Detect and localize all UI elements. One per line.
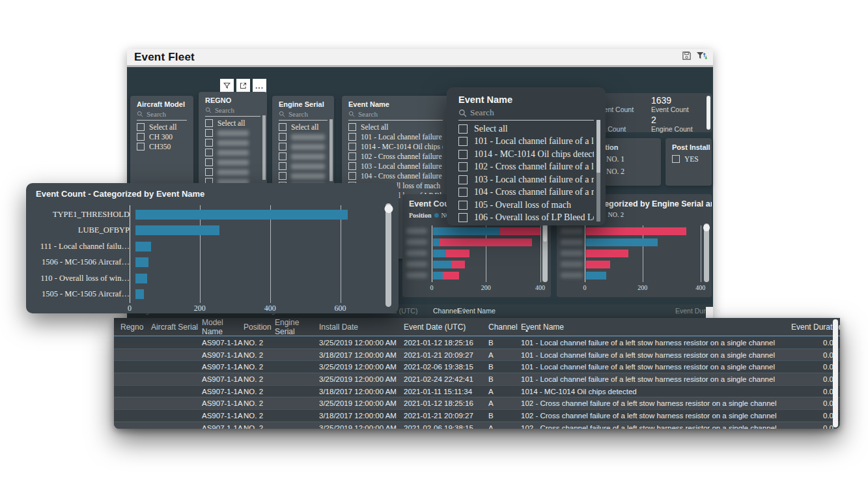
chart-scrollbar[interactable] <box>385 203 391 307</box>
checkbox[interactable] <box>279 123 287 131</box>
bar-segment-no2[interactable] <box>440 238 532 246</box>
table-row[interactable]: AS907-1-1A NO. 2 3/25/2019 12:00:00 AM 2… <box>114 397 840 409</box>
column-header[interactable]: Engine Serial <box>275 318 319 336</box>
slicer-item-redacted[interactable] <box>272 161 334 171</box>
column-header[interactable]: Aircraft Serial <box>151 323 202 332</box>
slicer-item[interactable]: CH350 <box>130 141 193 151</box>
bar[interactable] <box>586 250 628 257</box>
slicer-item[interactable]: 104 - Cross channel failure of a rig… <box>447 186 606 199</box>
bar[interactable] <box>586 227 686 235</box>
save-icon[interactable] <box>682 51 692 63</box>
slicer-item-redacted[interactable] <box>272 132 334 141</box>
slicer-item[interactable]: CH 300 <box>130 132 193 141</box>
chart-scrollbar[interactable] <box>542 223 548 282</box>
search-input[interactable]: Search <box>279 110 328 121</box>
column-header[interactable]: Channel <box>433 307 458 315</box>
table-row[interactable]: AS907-1-1A NO. 2 3/18/2017 12:00:00 AM 2… <box>114 409 840 422</box>
search-input[interactable]: Search <box>205 106 260 117</box>
bar-segment-no1[interactable] <box>433 227 500 235</box>
slicer-item[interactable]: 103 - Local channel failure of a rig… <box>447 173 606 186</box>
slicer-item-redacted[interactable] <box>272 141 334 151</box>
bar[interactable] <box>135 225 219 235</box>
slicer-item[interactable]: 106 - Overall loss of LP Bleed Left <box>447 212 606 225</box>
slicer-item-redacted[interactable] <box>199 128 267 137</box>
checkbox[interactable] <box>458 124 468 134</box>
bar[interactable] <box>135 257 148 267</box>
checkbox[interactable] <box>348 152 356 160</box>
column-header[interactable]: Model Name <box>202 318 244 336</box>
bar[interactable] <box>586 272 606 280</box>
slicer-item[interactable]: 104 - Cross channel failure of a rig… <box>342 171 449 180</box>
checkbox[interactable] <box>672 155 680 163</box>
column-header[interactable]: Event Duration <box>675 307 720 315</box>
checkbox[interactable] <box>458 213 468 222</box>
checkbox[interactable] <box>205 119 213 127</box>
bar[interactable] <box>135 289 144 299</box>
checkbox[interactable] <box>458 201 468 210</box>
slicer-item[interactable]: 101 - Local channel failure of a lef… <box>342 132 449 141</box>
search-input[interactable]: Search <box>458 108 594 121</box>
checkbox[interactable] <box>348 162 356 170</box>
checkbox[interactable] <box>137 123 145 131</box>
checkbox[interactable] <box>279 152 287 160</box>
slicer-item-redacted[interactable] <box>199 137 267 147</box>
checkbox[interactable] <box>279 143 287 151</box>
bar[interactable] <box>135 274 147 283</box>
popup-scrollbar[interactable] <box>596 120 600 222</box>
table-row[interactable]: AS907-1-1A NO. 2 3/25/2019 12:00:00 AM 2… <box>114 360 840 373</box>
bar-segment-no1[interactable] <box>433 250 446 257</box>
table-row[interactable]: AS907-1-1A NO. 2 3/25/2019 12:00:00 AM 2… <box>114 422 840 429</box>
bar-segment-no1[interactable] <box>433 272 443 280</box>
table-row[interactable]: AS907-1-1A NO. 2 3/18/2017 12:00:00 AM 2… <box>114 349 840 361</box>
column-header[interactable]: Install Date <box>319 323 404 332</box>
bar-segment-no1[interactable] <box>433 238 440 246</box>
slicer-item-redacted[interactable] <box>272 171 334 180</box>
slicer-item-redacted[interactable] <box>199 167 267 177</box>
more-options-icon[interactable]: ... <box>253 79 266 93</box>
search-input[interactable]: Search <box>348 110 443 121</box>
slicer-item-redacted[interactable] <box>199 147 267 157</box>
slicer-item[interactable]: Select all <box>272 122 334 132</box>
slicer-item[interactable]: 102 - Cross channel failure of a lef… <box>342 151 449 161</box>
checkbox[interactable] <box>205 168 213 176</box>
bar-segment-no1[interactable] <box>433 261 452 268</box>
slicer-item[interactable]: 101 - Local channel failure of a lef… <box>447 136 606 149</box>
slicer-item[interactable]: 1014 - MC-1014 Oil chips detected <box>342 141 449 151</box>
checkbox[interactable] <box>205 139 213 147</box>
slicer-item[interactable]: 1014 - MC-1014 Oil chips detected <box>447 148 606 161</box>
checkbox[interactable] <box>458 150 468 159</box>
checkbox[interactable] <box>458 137 468 146</box>
slicer-item[interactable]: 103 - Local channel failure of a rig… <box>342 161 449 171</box>
checkbox[interactable] <box>279 133 287 141</box>
column-header-sorted[interactable]: Event Name▲ <box>521 323 791 332</box>
column-header[interactable]: Regno <box>120 323 151 332</box>
filter-sort-icon[interactable] <box>696 51 707 63</box>
checkbox[interactable] <box>348 123 356 131</box>
checkbox[interactable] <box>348 133 356 141</box>
bar-segment-no2[interactable] <box>446 250 470 257</box>
bar-segment-no2[interactable] <box>500 227 540 235</box>
search-input[interactable]: Search <box>137 110 187 121</box>
column-header[interactable]: Position <box>244 323 275 332</box>
checkbox[interactable] <box>279 172 287 180</box>
slicer-item[interactable]: Select all <box>447 122 606 136</box>
slicer-item-redacted[interactable] <box>272 151 334 161</box>
checkbox[interactable] <box>458 162 468 171</box>
checkbox[interactable] <box>205 129 213 137</box>
filter-item[interactable]: YES <box>665 154 712 164</box>
bar[interactable] <box>135 242 151 251</box>
checkbox[interactable] <box>458 175 468 184</box>
table-row[interactable]: AS907-1-1A NO. 2 3/25/2019 12:00:00 AM 2… <box>114 373 840 385</box>
checkbox[interactable] <box>279 162 287 170</box>
funnel-filter-icon[interactable] <box>220 79 234 93</box>
table-row[interactable]: AS907-1-1A NO. 2 3/25/2019 12:00:00 AM 2… <box>114 336 840 349</box>
checkbox[interactable] <box>348 143 356 151</box>
table-row[interactable]: AS907-1-1A NO. 2 3/18/2017 12:00:00 AM 2… <box>114 385 840 397</box>
slicer-item[interactable]: 105 - Overall loss of mach <box>447 199 606 212</box>
checkbox[interactable] <box>137 143 145 151</box>
bar[interactable] <box>586 238 658 246</box>
checkbox[interactable] <box>348 172 356 180</box>
stat-card-scrollbar[interactable] <box>707 96 710 130</box>
checkbox[interactable] <box>458 188 468 197</box>
focus-mode-icon[interactable] <box>236 79 250 93</box>
